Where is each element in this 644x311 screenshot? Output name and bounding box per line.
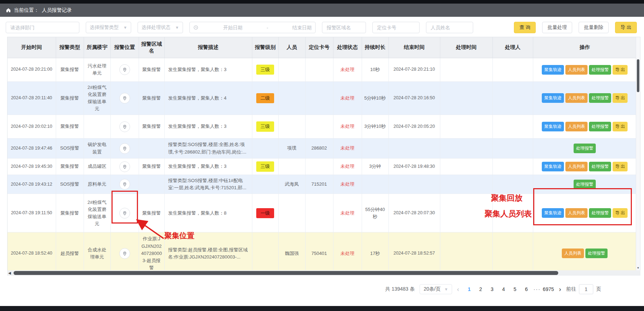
action-button-people[interactable]: 人员列表 — [565, 208, 588, 218]
status-text: 未处理 — [341, 164, 355, 169]
next-page-button[interactable]: › — [559, 286, 561, 292]
level-badge: 三级 — [256, 65, 274, 75]
page-number[interactable]: 5 — [510, 284, 520, 294]
export-button[interactable]: 导 出 — [615, 22, 637, 33]
action-button-handle[interactable]: 处理报警 — [589, 208, 611, 218]
page-number-last[interactable]: 6975 — [543, 284, 554, 294]
action-button-people[interactable]: 人员列表 — [565, 93, 588, 103]
column-header: 操作 — [533, 37, 636, 58]
cell-actions: 聚集轨迹人员列表处理报警导 出 — [533, 58, 636, 81]
page-size-select[interactable]: 20条/页 ▼ — [420, 284, 452, 294]
cell-actions: 人员列表处理报警 — [533, 232, 636, 270]
cell-end-time: 2024-07-28 20:05:20 — [388, 115, 440, 139]
action-button-handle[interactable]: 处理报警 — [589, 122, 611, 131]
location-icon-button[interactable] — [119, 179, 130, 190]
page-number[interactable]: 6 — [521, 284, 531, 294]
cell-handle-status: 未处理 — [333, 58, 362, 81]
batch-delete-button[interactable]: 批量删除 — [579, 22, 609, 33]
action-button-export[interactable]: 导 出 — [613, 122, 627, 131]
location-icon-button[interactable] — [119, 161, 130, 172]
horizontal-scrollbar-thumb[interactable] — [14, 271, 558, 275]
action-button-handle[interactable]: 处理报警 — [589, 162, 611, 171]
handle-status-select[interactable]: 选择处理状态 ▼ — [138, 22, 183, 33]
alarm-type-select-placeholder: 选择报警类型 — [90, 24, 119, 31]
location-icon-button[interactable] — [119, 208, 130, 219]
cell-building: 2#粉煤气化装置磨煤输送单元 — [84, 194, 110, 232]
alarm-type-select[interactable]: 选择报警类型 ▼ — [86, 22, 131, 33]
vertical-scrollbar[interactable]: ▼ — [636, 37, 640, 270]
action-button-track[interactable]: 聚集轨迹 — [542, 208, 564, 218]
cell-area-name: 聚集报警 — [139, 58, 164, 81]
cell-start-time: 2024-07-28 19:47:46 — [8, 139, 56, 159]
page-number[interactable]: 1 — [464, 284, 474, 294]
scroll-down-arrow-icon[interactable]: ▼ — [636, 266, 640, 270]
action-button-people[interactable]: 人员列表 — [565, 65, 588, 75]
status-text: 未处理 — [341, 95, 355, 101]
table-row: 2024-07-28 19:11:50聚集报警2#粉煤气化装置磨煤输送单元聚集报… — [8, 194, 636, 232]
cell-actions: 聚集轨迹人员列表处理报警导 出 — [533, 194, 636, 232]
action-button-people[interactable]: 人员列表 — [565, 162, 588, 171]
action-button-track[interactable]: 聚集轨迹 — [542, 122, 564, 131]
person-name-input[interactable] — [426, 22, 473, 33]
date-range-picker[interactable]: - — [189, 22, 316, 33]
action-button-handle[interactable]: 处理报警 — [574, 180, 596, 189]
filter-bar: 选择报警类型 ▼ 选择处理状态 ▼ - 查 询 批量处理 批量删除 导 出 — [0, 17, 644, 37]
page-size-label: 20条/页 — [423, 286, 440, 292]
location-icon-button[interactable] — [119, 248, 130, 259]
action-button-track[interactable]: 聚集轨迹 — [542, 65, 564, 75]
cell-duration — [362, 139, 388, 159]
cell-description: 发生聚集报警，聚集人数：4 — [164, 81, 252, 115]
goto-page-input[interactable] — [579, 284, 593, 294]
column-header: 处理时间 — [440, 37, 492, 58]
action-button-people[interactable]: 人员列表 — [562, 249, 584, 258]
action-button-track[interactable]: 聚集轨迹 — [542, 93, 564, 103]
cell-level — [252, 175, 278, 194]
page-number[interactable]: 4 — [499, 284, 509, 294]
page-list: 123456···6975 — [464, 284, 554, 294]
scroll-left-arrow-icon[interactable]: ◀ — [8, 270, 11, 276]
action-button-export[interactable]: 导 出 — [613, 162, 627, 171]
cell-start-time: 2024-07-28 19:43:12 — [8, 175, 56, 194]
prev-page-button[interactable]: ‹ — [457, 286, 459, 292]
cell-end-time: 2024-07-28 19:48:30 — [388, 159, 440, 175]
page-number[interactable]: 2 — [476, 284, 486, 294]
location-icon-button[interactable] — [119, 121, 130, 132]
action-button-track[interactable]: 聚集轨迹 — [542, 162, 564, 171]
location-icon-button[interactable] — [119, 64, 130, 75]
start-date-input[interactable] — [201, 25, 264, 30]
cell-description: 发生聚集报警，聚集人数：3 — [164, 159, 252, 175]
action-button-handle[interactable]: 处理报警 — [589, 65, 611, 75]
action-button-handle[interactable]: 处理报警 — [589, 93, 611, 103]
action-button-people[interactable]: 人员列表 — [565, 122, 588, 131]
location-icon-button[interactable] — [119, 143, 130, 154]
horizontal-scrollbar[interactable]: ◀ — [7, 270, 640, 276]
action-button-handle[interactable]: 处理报警 — [585, 249, 608, 258]
vertical-scrollbar-thumb[interactable] — [637, 59, 639, 92]
page-number[interactable]: 3 — [487, 284, 497, 294]
chevron-down-icon: ▼ — [123, 25, 127, 30]
column-header: 持续时长 — [362, 37, 388, 58]
action-button-export[interactable]: 导 出 — [613, 93, 627, 103]
clock-icon — [193, 25, 198, 30]
location-icon-button[interactable] — [119, 93, 130, 104]
card-number-input[interactable] — [372, 22, 420, 33]
cell-alarm-type: 聚集报警 — [56, 159, 84, 175]
alarm-records-table-wrap: 开始时间报警类型所属楼宇报警位置报警区域名报警描述报警级别人员定位卡号处理状态持… — [7, 37, 640, 270]
query-button[interactable]: 查 询 — [514, 22, 536, 33]
column-header: 所属楼宇 — [84, 37, 110, 58]
cell-person — [278, 115, 305, 139]
cell-location — [110, 139, 139, 159]
action-button-export[interactable]: 导 出 — [613, 65, 627, 75]
action-button-handle[interactable]: 处理报警 — [574, 144, 596, 153]
department-input[interactable] — [6, 22, 79, 33]
column-header: 报警级别 — [252, 37, 278, 58]
page-title: 人员报警记录 — [42, 7, 72, 14]
cell-actions: 处理报警 — [533, 139, 636, 159]
action-button-export[interactable]: 导 出 — [613, 208, 627, 218]
area-name-input[interactable] — [322, 22, 366, 33]
cell-handle-time — [440, 58, 492, 81]
cell-person — [278, 58, 305, 81]
breadcrumb: 当前位置： 人员报警记录 — [0, 4, 644, 17]
alarm-records-table: 开始时间报警类型所属楼宇报警位置报警区域名报警描述报警级别人员定位卡号处理状态持… — [8, 37, 637, 270]
batch-handle-button[interactable]: 批量处理 — [542, 22, 572, 33]
